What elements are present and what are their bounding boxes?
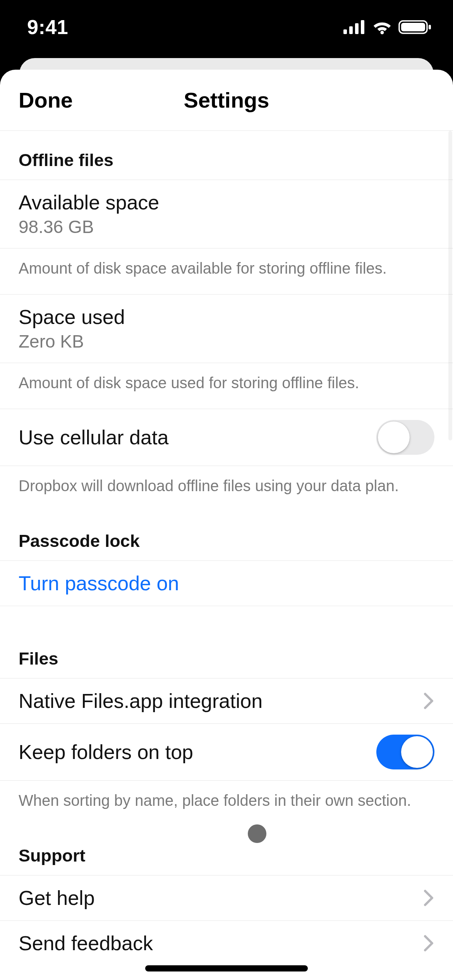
settings-sheet: Done Settings Offline files Available sp…: [0, 70, 453, 980]
wifi-icon: [372, 20, 392, 34]
row-send-feedback[interactable]: Send feedback: [0, 921, 453, 966]
row-space-used: Space used Zero KB: [0, 295, 453, 363]
row-keep-folders-on-top[interactable]: Keep folders on top: [0, 724, 453, 781]
available-space-footer: Amount of disk space available for stori…: [0, 248, 453, 295]
section-header-passcode: Passcode lock: [0, 512, 453, 561]
battery-icon: [398, 19, 432, 35]
cellular-data-footer: Dropbox will download offline files usin…: [0, 466, 453, 512]
turn-passcode-on-link[interactable]: Turn passcode on: [19, 572, 434, 595]
get-help-label: Get help: [19, 886, 95, 910]
cellular-signal-icon: [343, 20, 366, 34]
home-indicator[interactable]: [145, 965, 308, 971]
row-native-files-app[interactable]: Native Files.app integration: [0, 678, 453, 724]
status-time: 9:41: [27, 15, 68, 39]
space-used-value: Zero KB: [19, 331, 434, 352]
folders-on-top-label: Keep folders on top: [19, 740, 193, 764]
nav-bar: Done Settings: [0, 70, 453, 131]
row-cellular-data[interactable]: Use cellular data: [0, 409, 453, 466]
send-feedback-label: Send feedback: [19, 932, 153, 955]
touch-indicator-icon: [248, 824, 266, 843]
available-space-label: Available space: [19, 191, 434, 214]
page-title: Settings: [184, 87, 269, 113]
space-used-label: Space used: [19, 305, 434, 329]
settings-content[interactable]: Offline files Available space 98.36 GB A…: [0, 131, 453, 980]
status-bar: 9:41: [0, 0, 453, 54]
svg-point-4: [381, 31, 384, 34]
section-header-offline: Offline files: [0, 131, 453, 180]
svg-rect-7: [429, 25, 431, 29]
chevron-right-icon: [424, 692, 434, 709]
folders-on-top-toggle[interactable]: [376, 735, 434, 769]
cellular-data-label: Use cellular data: [19, 426, 168, 449]
svg-rect-6: [401, 23, 425, 31]
available-space-value: 98.36 GB: [19, 216, 434, 237]
row-get-help[interactable]: Get help: [0, 875, 453, 921]
row-available-space: Available space 98.36 GB: [0, 180, 453, 248]
svg-rect-1: [349, 26, 353, 34]
svg-rect-3: [361, 20, 364, 34]
svg-rect-0: [343, 29, 347, 34]
section-header-files: Files: [0, 629, 453, 678]
cellular-data-toggle[interactable]: [376, 420, 434, 455]
done-button[interactable]: Done: [19, 87, 73, 113]
status-icons: [343, 19, 432, 35]
native-files-label: Native Files.app integration: [19, 689, 263, 713]
scrollbar[interactable]: [448, 131, 452, 440]
row-turn-passcode-on[interactable]: Turn passcode on: [0, 561, 453, 606]
chevron-right-icon: [424, 889, 434, 906]
chevron-right-icon: [424, 935, 434, 952]
svg-rect-2: [355, 23, 359, 34]
space-used-footer: Amount of disk space used for storing of…: [0, 363, 453, 409]
folders-on-top-footer: When sorting by name, place folders in t…: [0, 781, 453, 826]
section-header-support: Support: [0, 826, 453, 875]
